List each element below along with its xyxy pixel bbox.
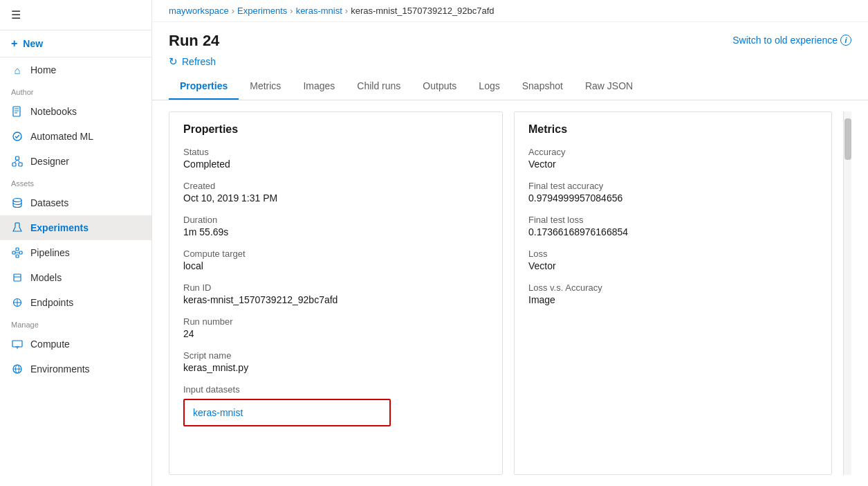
- metric-final-test-accuracy: Final test accuracy 0.9794999957084656: [528, 181, 818, 204]
- prop-compute-value: local: [183, 260, 488, 271]
- prop-input-datasets-label: Input datasets: [183, 384, 488, 395]
- metric-final-test-loss-label: Final test loss: [528, 215, 818, 225]
- scrollbar-thumb[interactable]: [844, 118, 851, 160]
- metric-final-test-accuracy-value: 0.9794999957084656: [528, 192, 818, 204]
- prop-status-label: Status: [183, 147, 488, 157]
- prop-duration-label: Duration: [183, 215, 488, 225]
- sidebar-item-datasets[interactable]: Datasets: [0, 190, 151, 215]
- metrics-panel-title: Metrics: [528, 123, 818, 136]
- svg-rect-14: [16, 248, 19, 251]
- hamburger-icon[interactable]: ☰: [11, 8, 21, 21]
- input-datasets-link[interactable]: keras-mnist: [193, 407, 243, 418]
- notebooks-icon: [11, 105, 24, 118]
- metric-final-test-loss: Final test loss 0.17366168976166854: [528, 215, 818, 237]
- svg-rect-12: [12, 251, 15, 254]
- main-content: mayworkspace › Experiments › keras-mnist…: [152, 0, 868, 486]
- metric-accuracy-label: Accuracy: [528, 147, 818, 157]
- svg-rect-0: [13, 107, 20, 116]
- metric-loss: Loss Vector: [528, 249, 818, 271]
- prop-script-name: Script name keras_mnist.py: [183, 350, 488, 373]
- sidebar-item-endpoints[interactable]: Endpoints: [0, 290, 151, 315]
- sidebar-item-environments[interactable]: Environments: [0, 357, 151, 381]
- tab-snapshot[interactable]: Snapshot: [511, 73, 574, 100]
- tab-raw-json[interactable]: Raw JSON: [574, 73, 644, 100]
- prop-compute-label: Compute target: [183, 249, 488, 259]
- sidebar-item-compute[interactable]: Compute: [0, 332, 151, 357]
- metric-loss-label: Loss: [528, 249, 818, 259]
- prop-run-id: Run ID keras-mnist_1570739212_92bc7afd: [183, 282, 488, 305]
- properties-panel: Properties Status Completed Created Oct …: [169, 111, 503, 475]
- sidebar-item-label: Datasets: [30, 197, 68, 208]
- breadcrumb-experiments[interactable]: Experiments: [237, 6, 287, 16]
- sidebar-item-label: Compute: [30, 339, 70, 350]
- metrics-panel: Metrics Accuracy Vector Final test accur…: [514, 111, 832, 475]
- pipelines-icon: [11, 246, 24, 259]
- sidebar-item-pipelines[interactable]: Pipelines: [0, 240, 151, 265]
- prop-run-id-label: Run ID: [183, 282, 488, 293]
- tab-images[interactable]: Images: [292, 73, 346, 100]
- sidebar-section-manage: Manage: [0, 315, 151, 332]
- refresh-button[interactable]: ↻ Refresh: [169, 55, 216, 68]
- svg-line-9: [17, 160, 21, 163]
- sidebar-item-home[interactable]: ⌂ Home: [0, 57, 151, 82]
- tab-outputs[interactable]: Outputs: [412, 73, 468, 100]
- svg-rect-13: [19, 251, 22, 254]
- prop-run-id-value: keras-mnist_1570739212_92bc7afd: [183, 294, 488, 305]
- tab-metrics[interactable]: Metrics: [239, 73, 292, 100]
- sidebar-item-models[interactable]: Models: [0, 265, 151, 290]
- prop-created: Created Oct 10, 2019 1:31 PM: [183, 181, 488, 204]
- prop-script-value: keras_mnist.py: [183, 362, 488, 373]
- refresh-label: Refresh: [182, 56, 216, 67]
- sidebar-item-label: Pipelines: [30, 247, 70, 258]
- tabs-bar: Properties Metrics Images Child runs Out…: [152, 73, 868, 100]
- metric-loss-vs-accuracy-label: Loss v.s. Accuracy: [528, 282, 818, 293]
- content-area: Properties Status Completed Created Oct …: [152, 100, 868, 486]
- sidebar-section-author: Author: [0, 82, 151, 99]
- prop-script-label: Script name: [183, 350, 488, 361]
- metric-loss-vs-accuracy: Loss v.s. Accuracy Image: [528, 282, 818, 305]
- breadcrumb-current: keras-mnist_1570739212_92bc7afd: [351, 6, 494, 16]
- svg-rect-5: [12, 163, 16, 166]
- metric-loss-value: Vector: [528, 260, 818, 271]
- sidebar-item-label: Automated ML: [30, 131, 93, 142]
- sidebar-item-automated-ml[interactable]: Automated ML: [0, 124, 151, 149]
- new-button[interactable]: + New: [0, 30, 151, 57]
- breadcrumb: mayworkspace › Experiments › keras-mnist…: [152, 0, 868, 22]
- prop-input-datasets: Input datasets keras-mnist: [183, 384, 488, 426]
- refresh-bar: ↻ Refresh: [152, 50, 868, 73]
- sidebar-item-label: Experiments: [30, 222, 89, 233]
- tab-child-runs[interactable]: Child runs: [346, 73, 412, 100]
- endpoints-icon: [11, 296, 24, 309]
- sidebar-item-label: Models: [30, 272, 62, 283]
- designer-icon: [11, 155, 24, 168]
- tab-logs[interactable]: Logs: [468, 73, 510, 100]
- breadcrumb-mayworkspace[interactable]: mayworkspace: [169, 6, 229, 16]
- breadcrumb-keras-mnist[interactable]: keras-mnist: [296, 6, 342, 16]
- sidebar-section-assets: Assets: [0, 174, 151, 190]
- metric-loss-vs-accuracy-value: Image: [528, 294, 818, 305]
- home-icon: ⌂: [11, 64, 24, 76]
- prop-run-number-label: Run number: [183, 316, 488, 327]
- svg-rect-6: [19, 163, 22, 166]
- svg-rect-20: [12, 341, 22, 347]
- scrollbar-track[interactable]: [843, 111, 851, 475]
- breadcrumb-sep-3: ›: [345, 6, 348, 16]
- tab-properties[interactable]: Properties: [169, 73, 239, 100]
- prop-run-number-value: 24: [183, 328, 488, 339]
- metric-final-test-accuracy-label: Final test accuracy: [528, 181, 818, 191]
- prop-status-value: Completed: [183, 159, 488, 170]
- sidebar-item-designer[interactable]: Designer: [0, 149, 151, 174]
- info-icon: i: [840, 35, 851, 46]
- datasets-icon: [11, 197, 24, 209]
- sidebar-item-experiments[interactable]: Experiments: [0, 215, 151, 240]
- prop-status: Status Completed: [183, 147, 488, 170]
- switch-to-experience-link[interactable]: Switch to old experience i: [732, 35, 851, 46]
- experiments-icon: [11, 222, 24, 234]
- switch-link-label: Switch to old experience: [732, 35, 838, 46]
- automated-ml-icon: [11, 130, 24, 143]
- page-header: Run 24 Switch to old experience i: [152, 22, 868, 50]
- page-title: Run 24: [169, 32, 219, 50]
- new-label: New: [23, 38, 43, 49]
- sidebar-item-notebooks[interactable]: Notebooks: [0, 99, 151, 124]
- svg-rect-17: [14, 274, 21, 281]
